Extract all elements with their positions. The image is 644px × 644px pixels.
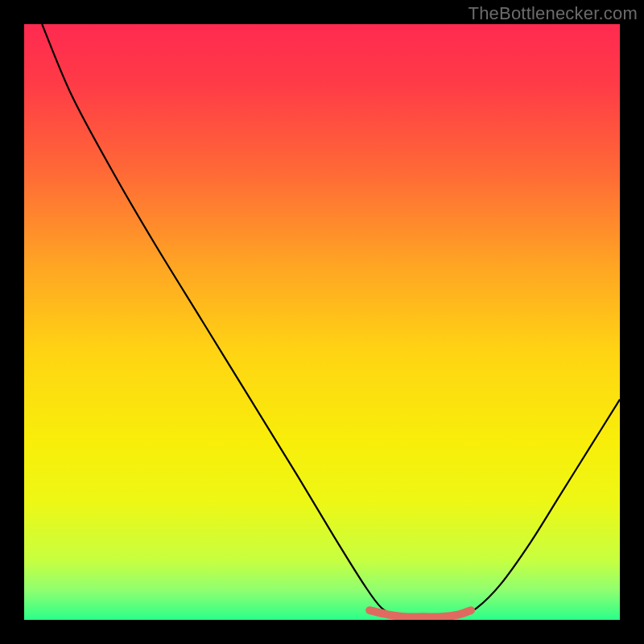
- watermark-text: TheBottlenecker.com: [469, 3, 638, 24]
- chart-background: [24, 24, 620, 620]
- bottleneck-chart: [24, 24, 620, 620]
- chart-frame: [24, 24, 620, 620]
